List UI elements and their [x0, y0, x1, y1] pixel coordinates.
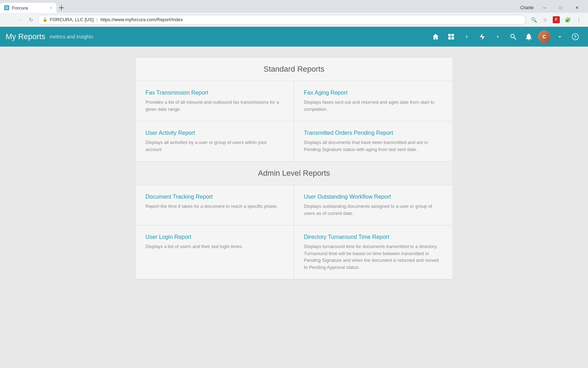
bookmark-icon[interactable]: ☆ — [540, 15, 550, 25]
app-header: My Reports metrics and insights C — [0, 27, 588, 47]
fax-transmission-report-link[interactable]: Fax Transmission Report — [146, 90, 284, 96]
search-icon[interactable] — [506, 30, 520, 44]
main-content: Standard Reports Fax Transmission Report… — [0, 47, 588, 368]
close-button[interactable]: ✕ — [569, 3, 585, 13]
admin-reports-title: Admin Level Reports — [258, 169, 330, 177]
maximize-button[interactable]: □ — [553, 3, 569, 13]
new-tab-button[interactable] — [56, 3, 66, 13]
user-activity-report-link[interactable]: User Activity Report — [146, 130, 284, 136]
user-activity-report-desc: Displays all activities by a user or gro… — [146, 139, 284, 153]
app-subtitle: metrics and insights — [49, 34, 93, 40]
app-title: My Reports — [6, 32, 45, 41]
tab-bar: Forcura × Charlie ─ □ ✕ — [0, 0, 588, 13]
header-nav: C ? — [429, 30, 582, 44]
company-label: FORCURA, LLC [US] — [50, 17, 93, 22]
user-login-report-desc: Displays a list of users and their last … — [146, 243, 284, 250]
browser-search-icon[interactable]: 🔍 — [529, 15, 539, 25]
separator: | — [96, 17, 97, 22]
svg-point-9 — [528, 40, 529, 41]
transmitted-orders-report-cell: Transmitted Orders Pending Report Displa… — [294, 121, 453, 161]
lock-icon: 🔒 — [43, 17, 48, 22]
user-activity-report-cell: User Activity Report Displays all activi… — [136, 121, 294, 161]
standard-reports-grid: Fax Transmission Report Provides a list … — [136, 81, 453, 162]
svg-rect-0 — [5, 6, 8, 10]
extension-icon[interactable]: F — [551, 15, 561, 25]
fax-aging-report-desc: Displays faxes sent out and returned and… — [304, 99, 443, 113]
home-icon[interactable] — [429, 30, 443, 44]
admin-reports-grid: Document Tracking Report Report the time… — [136, 185, 453, 279]
reload-button[interactable]: ↻ — [27, 16, 35, 24]
lightning-chevron-icon[interactable] — [491, 30, 505, 44]
standard-reports-title: Standard Reports — [263, 65, 324, 73]
fax-aging-report-link[interactable]: Fax Aging Report — [304, 90, 443, 96]
avatar-chevron-icon[interactable] — [553, 30, 567, 44]
transmitted-orders-report-desc: Displays all documents that have been tr… — [304, 139, 443, 153]
fax-aging-report-cell: Fax Aging Report Displays faxes sent out… — [294, 81, 453, 121]
lightning-icon[interactable] — [475, 30, 489, 44]
minimize-button[interactable]: ─ — [537, 3, 553, 13]
svg-rect-3 — [448, 34, 451, 36]
svg-rect-2 — [61, 5, 62, 10]
avatar-image: C — [538, 30, 551, 43]
standard-reports-header: Standard Reports — [136, 58, 453, 81]
grid-icon[interactable] — [444, 30, 458, 44]
directory-turnaround-report-link[interactable]: Directory Turnaround Time Report — [304, 234, 443, 240]
url-text: https://www.myforcura.com/Report/Index — [101, 17, 183, 22]
back-button[interactable]: ← — [4, 16, 13, 24]
document-tracking-report-desc: Report the time it takes for a document … — [146, 203, 284, 210]
transmitted-orders-report-link[interactable]: Transmitted Orders Pending Report — [304, 130, 443, 136]
window-controls: ─ □ ✕ — [537, 3, 588, 13]
svg-line-8 — [514, 37, 516, 40]
avatar[interactable]: C — [537, 30, 551, 44]
user-outstanding-workflow-report-cell: User Outstanding Workflow Report Display… — [294, 185, 453, 225]
fax-transmission-report-cell: Fax Transmission Report Provides a list … — [136, 81, 294, 121]
svg-point-7 — [511, 34, 514, 38]
address-input[interactable]: 🔒 FORCURA, LLC [US] | https://www.myforc… — [38, 15, 526, 25]
puzzle-icon[interactable]: 🧩 — [563, 15, 572, 25]
active-tab[interactable]: Forcura × — [0, 3, 56, 13]
tab-title: Forcura — [12, 5, 28, 11]
document-tracking-report-link[interactable]: Document Tracking Report — [146, 194, 284, 200]
forward-button[interactable]: → — [16, 16, 24, 24]
tab-favicon — [4, 5, 9, 10]
address-bar: ← → ↻ 🔒 FORCURA, LLC [US] | https://www.… — [0, 13, 588, 27]
svg-rect-4 — [451, 34, 454, 36]
svg-text:?: ? — [574, 35, 576, 40]
window-user-label: Charlie — [517, 5, 537, 10]
directory-turnaround-report-cell: Directory Turnaround Time Report Display… — [294, 225, 453, 279]
grid-chevron-icon[interactable] — [460, 30, 474, 44]
help-icon[interactable]: ? — [568, 30, 582, 44]
user-login-report-link[interactable]: User Login Report — [146, 234, 284, 240]
browser-toolbar: 🔍 ☆ F 🧩 ⋮ — [529, 15, 584, 25]
ext-icon: F — [553, 16, 560, 23]
menu-icon[interactable]: ⋮ — [574, 15, 584, 25]
browser-chrome: Forcura × Charlie ─ □ ✕ ← → ↻ 🔒 FORCURA,… — [0, 0, 588, 27]
svg-rect-5 — [448, 37, 451, 40]
user-outstanding-workflow-report-desc: Displays outstanding documents assigned … — [304, 203, 443, 217]
user-login-report-cell: User Login Report Displays a list of use… — [136, 225, 294, 279]
document-tracking-report-cell: Document Tracking Report Report the time… — [136, 185, 294, 225]
admin-reports-header: Admin Level Reports — [136, 162, 453, 185]
notification-icon[interactable] — [522, 30, 536, 44]
reports-container: Standard Reports Fax Transmission Report… — [135, 57, 453, 280]
directory-turnaround-report-desc: Displays turnaround time for documents t… — [304, 243, 443, 271]
fax-transmission-report-desc: Provides a list of all inbound and outbo… — [146, 99, 284, 113]
tab-close-button[interactable]: × — [50, 6, 52, 10]
svg-rect-6 — [451, 37, 454, 40]
user-outstanding-workflow-report-link[interactable]: User Outstanding Workflow Report — [304, 194, 443, 200]
